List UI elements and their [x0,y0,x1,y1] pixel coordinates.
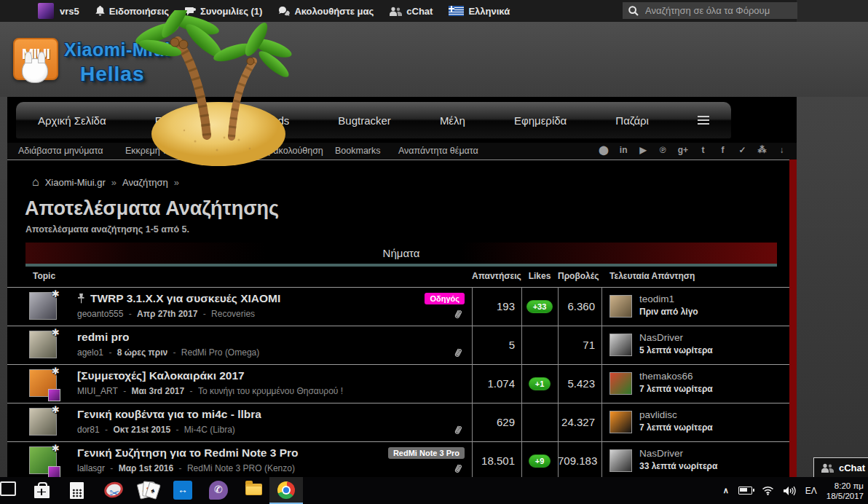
nav-item-4[interactable]: Bugtracker [338,114,391,127]
task-view-button[interactable] [0,481,19,500]
thread-title[interactable]: redmi pro [77,331,129,344]
replies-count: 18.501 [472,442,521,477]
col-last-reply[interactable]: Τελευταία Απάντηση [609,271,695,281]
cchat-popup[interactable]: cChat [813,457,868,478]
forum-search[interactable] [623,2,797,19]
people-icon [390,7,402,16]
thread-row[interactable]: ✱ Γενική κουβέντα για το mi4c - llbra do… [7,403,797,442]
thread-row[interactable]: ✱ redmi pro agelo1 - 8 ώρες πριν - RedMi… [7,326,797,365]
nav-item-5[interactable]: Μέλη [440,114,465,127]
thread-date: 8 ώρες πριν [117,347,167,358]
chrome-taskbar-button[interactable] [269,477,303,504]
thread-row[interactable]: ✱ [Συμμετοχές] Καλοκαιράκι 2017 MIUI_ART… [7,365,797,403]
subnav-item-5[interactable]: Αναπάντητα θέματα [398,146,478,156]
tray-expand-icon[interactable]: ∧ [723,486,729,495]
subnav-item-4[interactable]: Bookmarks [335,146,381,156]
thread-author[interactable]: lallasgr [77,463,105,473]
user-menu[interactable]: vrs5 [60,6,79,17]
accent-divider [25,264,777,267]
page-scrollbar[interactable] [789,160,797,477]
bell-icon [95,6,105,16]
last-reply-user[interactable]: NasDriver [639,332,683,343]
thread-forum[interactable]: RedMi Note 3 PRO (Kenzo) [187,463,295,473]
last-reply-avatar[interactable] [609,449,632,472]
last-reply-avatar[interactable] [609,411,632,433]
views-count: 6.360 [558,288,601,326]
thread-forum[interactable]: Recoveries [211,309,255,319]
wifi-icon[interactable] [762,486,774,495]
col-views[interactable]: Προβολές [558,271,601,281]
thread-badge: Οδηγός [425,293,465,304]
github-icon[interactable]: ⬤ [599,145,608,155]
check-icon[interactable]: ✓ [738,145,747,155]
snipping-tool-icon[interactable]: ✂ [103,481,122,500]
thread-forum[interactable]: Mi-4C (Libra) [184,425,235,435]
sitemap-icon[interactable]: ⁂ [757,145,767,155]
thread-row[interactable]: ✱ TWRP 3.1.X.X για συσκευές XIAOMI geoan… [7,288,797,326]
last-reply-time[interactable]: 7 λεπτά νωρίτερα [639,422,713,433]
last-reply-user[interactable]: themakos66 [639,371,693,382]
windows-store-icon[interactable] [33,481,52,500]
input-language[interactable]: ΕΛ [805,486,817,496]
twitter-icon[interactable]: t [698,145,708,155]
breadcrumb: ⌂ Xiaomi-Miui.gr » Αναζήτηση » [32,176,179,189]
thread-author[interactable]: agelo1 [77,347,103,358]
last-reply-time[interactable]: 5 λεπτά νωρίτερα [639,345,713,355]
likes-badge: +9 [529,454,551,468]
thread-date: Μαρ 1st 2016 [119,463,174,473]
last-reply-user[interactable]: teodim1 [639,294,674,304]
nav-item-7[interactable]: Παζάρι [615,114,649,127]
last-reply-time[interactable]: 7 λεπτά νωρίτερα [639,384,713,394]
thread-forum[interactable]: RedMi Pro (Omega) [181,347,259,358]
download-icon[interactable]: ↓ [777,145,786,155]
thread-title[interactable]: Γενική Συζήτηση για το Redmi Note 3 Pro [77,446,299,460]
thread-row[interactable]: ✱ Γενική Συζήτηση για το Redmi Note 3 Pr… [7,442,797,477]
col-likes[interactable]: Likes [521,271,558,281]
thread-forum[interactable]: Το κυνήγι του κρυμμένου Θησαυρού ! [198,386,343,396]
nav-item-1[interactable]: Αρχική Σελίδα [38,114,106,127]
nav-item-6[interactable]: Εφημερίδα [514,114,567,127]
subnav-item-1[interactable]: Αδιάβαστα μηνύματα [18,146,103,156]
col-topic[interactable]: Topic [33,271,55,281]
greek-flag-icon [449,6,464,16]
last-reply-avatar[interactable] [609,334,632,356]
last-reply-time[interactable]: Πριν από λίγο [639,307,698,317]
solitaire-icon[interactable]: ♦ ♥ ♠ [138,481,157,500]
facebook-icon[interactable]: f [718,145,727,155]
last-reply-user[interactable]: NasDriver [639,448,683,459]
thread-author[interactable]: dor81 [77,425,100,435]
avatar-star-icon: ✱ [52,366,60,377]
views-count: 709.183 [558,442,601,477]
volume-icon[interactable] [784,486,796,496]
linkedin-icon[interactable]: in [619,145,628,155]
youtube-icon[interactable]: ▶ [639,145,648,155]
pinterest-icon[interactable]: ℗ [658,145,668,155]
thread-title[interactable]: [Συμμετοχές] Καλοκαιράκι 2017 [77,369,245,382]
language-menu[interactable]: Ελληνικά [449,6,510,17]
search-input[interactable] [644,4,792,17]
cchat-menu[interactable]: cChat [390,6,433,17]
windows-taskbar: ✂ ♦ ♥ ♠ ↔ ✆ ∧ ΕΛ 8:20 πμ 18/5/2017 [0,477,868,504]
last-reply-avatar[interactable] [609,372,632,395]
clock[interactable]: 8:20 πμ 18/5/2017 [826,481,864,501]
home-icon[interactable]: ⌂ [32,176,39,189]
thread-author[interactable]: geoanto555 [77,309,123,319]
menu-icon[interactable] [698,116,709,125]
last-reply-user[interactable]: pavlidisc [639,409,677,420]
battery-icon[interactable] [738,487,752,495]
last-reply-avatar[interactable] [609,295,632,318]
breadcrumb-section[interactable]: Αναζήτηση [122,177,168,188]
calculator-icon[interactable] [70,482,84,499]
teamviewer-icon[interactable]: ↔ [173,481,192,500]
last-reply-time[interactable]: 33 λεπτά νωρίτερα [639,461,717,471]
thread-title[interactable]: TWRP 3.1.X.X για συσκευές XIAOMI [90,292,280,305]
thread-title[interactable]: Γενική κουβέντα για το mi4c - llbra [77,408,261,421]
viber-icon[interactable]: ✆ [209,481,228,500]
breadcrumb-home[interactable]: Xiaomi-Miui.gr [45,177,106,188]
file-explorer-icon[interactable] [245,484,262,495]
col-replies[interactable]: Απαντήσεις [472,271,521,281]
thread-author[interactable]: MIUI_ART [77,386,118,396]
user-avatar[interactable] [38,3,54,19]
googleplus-icon[interactable]: g+ [678,145,688,155]
views-count: 71 [558,326,601,364]
